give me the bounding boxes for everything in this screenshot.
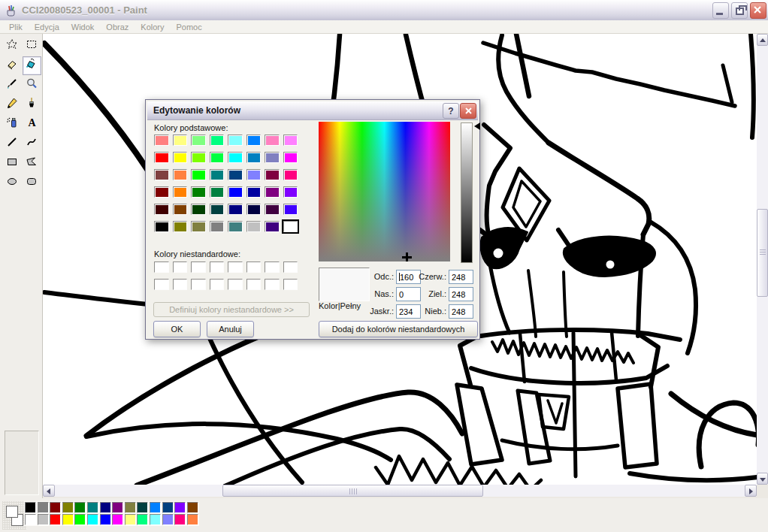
custom-color-cell[interactable] [228, 279, 243, 290]
basic-color-cell[interactable] [246, 152, 262, 163]
basic-color-cell[interactable] [173, 169, 188, 180]
basic-color-cell[interactable] [283, 169, 298, 180]
palette-cell[interactable] [74, 514, 86, 525]
luminance-slider[interactable] [461, 122, 473, 263]
tool-text[interactable]: A [23, 115, 41, 134]
basic-color-cell[interactable] [228, 152, 243, 163]
menu-item-widok[interactable]: Widok [65, 22, 101, 32]
palette-cell[interactable] [62, 514, 74, 525]
basic-color-cell[interactable] [246, 135, 262, 146]
palette-cell[interactable] [87, 502, 98, 513]
minimize-button[interactable] [712, 2, 729, 19]
scroll-left-button[interactable] [43, 485, 55, 497]
palette-cell[interactable] [125, 502, 136, 513]
custom-color-cell[interactable] [246, 279, 262, 290]
basic-color-cell[interactable] [246, 169, 262, 180]
basic-color-cell[interactable] [228, 135, 243, 146]
basic-color-cell[interactable] [265, 169, 280, 180]
custom-color-cell[interactable] [228, 261, 243, 273]
tool-select[interactable] [23, 37, 41, 56]
basic-color-cell[interactable] [210, 221, 225, 232]
basic-color-cell[interactable] [265, 221, 280, 232]
foreground-background-indicator[interactable] [2, 501, 26, 530]
palette-cell[interactable] [174, 502, 186, 513]
basic-color-cell[interactable] [154, 169, 169, 180]
vertical-scroll-thumb[interactable] [757, 209, 768, 297]
horizontal-scrollbar[interactable] [43, 485, 757, 497]
basic-color-cell[interactable] [191, 204, 206, 215]
custom-color-cell[interactable] [191, 279, 206, 290]
basic-color-cell[interactable] [210, 135, 225, 146]
basic-color-cell[interactable] [228, 204, 243, 215]
basic-color-cell[interactable] [246, 204, 262, 215]
basic-color-cell[interactable] [265, 186, 280, 198]
tool-ellipse[interactable] [3, 174, 22, 192]
basic-color-cell[interactable] [265, 135, 280, 146]
scroll-up-button[interactable] [757, 34, 768, 46]
custom-color-cell[interactable] [210, 279, 225, 290]
palette-cell[interactable] [112, 502, 123, 513]
basic-color-cell[interactable] [154, 152, 169, 163]
palette-cell[interactable] [125, 514, 136, 525]
menu-item-kolory[interactable]: Kolory [135, 22, 170, 32]
custom-color-cell[interactable] [265, 279, 280, 290]
basic-color-cell[interactable] [191, 152, 206, 163]
custom-color-cell[interactable] [173, 279, 188, 290]
basic-color-cell[interactable] [173, 186, 188, 198]
palette-cell[interactable] [162, 514, 174, 525]
basic-color-cell[interactable] [283, 135, 298, 146]
basic-color-cell[interactable] [246, 221, 262, 232]
palette-cell[interactable] [137, 502, 148, 513]
basic-color-cell[interactable] [283, 221, 298, 232]
basic-color-cell[interactable] [265, 204, 280, 215]
palette-cell[interactable] [150, 514, 161, 525]
basic-color-cell[interactable] [210, 152, 225, 163]
tool-free-form-select[interactable] [3, 37, 22, 56]
green-input[interactable]: 248 [449, 287, 473, 301]
palette-cell[interactable] [137, 514, 148, 525]
basic-color-cell[interactable] [154, 135, 169, 146]
basic-color-cell[interactable] [265, 152, 280, 163]
palette-cell[interactable] [162, 502, 174, 513]
basic-color-cell[interactable] [283, 152, 298, 163]
menu-item-plik[interactable]: Plik [3, 22, 29, 32]
custom-color-cell[interactable] [191, 261, 206, 273]
palette-cell[interactable] [62, 502, 74, 513]
ok-button[interactable]: OK [153, 321, 201, 337]
menu-item-obraz[interactable]: Obraz [100, 22, 135, 32]
close-button[interactable] [750, 2, 766, 19]
basic-color-cell[interactable] [283, 186, 298, 198]
tool-magnifier[interactable] [23, 76, 41, 95]
menu-item-pomoc[interactable]: Pomoc [170, 22, 207, 32]
palette-cell[interactable] [25, 514, 36, 525]
palette-cell[interactable] [112, 514, 123, 525]
basic-color-cell[interactable] [283, 204, 298, 215]
tool-fill[interactable] [23, 56, 41, 75]
custom-color-cell[interactable] [283, 261, 298, 273]
tool-polygon[interactable] [23, 154, 41, 173]
scroll-right-button[interactable] [745, 485, 757, 497]
palette-cell[interactable] [87, 514, 98, 525]
basic-color-cell[interactable] [191, 186, 206, 198]
dialog-close-button[interactable] [460, 103, 476, 119]
basic-color-cell[interactable] [210, 169, 225, 180]
palette-cell[interactable] [187, 502, 198, 513]
basic-color-cell[interactable] [228, 221, 243, 232]
basic-color-cell[interactable] [173, 204, 188, 215]
custom-color-cell[interactable] [283, 279, 298, 290]
basic-color-cell[interactable] [210, 186, 225, 198]
custom-color-cell[interactable] [246, 261, 262, 273]
tool-airbrush[interactable] [3, 115, 22, 134]
horizontal-scroll-thumb[interactable] [222, 485, 483, 497]
basic-color-cell[interactable] [173, 135, 188, 146]
tool-line[interactable] [3, 135, 22, 153]
basic-color-cell[interactable] [173, 221, 188, 232]
custom-color-cell[interactable] [173, 261, 188, 273]
palette-cell[interactable] [100, 514, 111, 525]
title-bar[interactable]: CCI20080523_00001 - Paint [0, 0, 768, 21]
blue-input[interactable]: 248 [449, 304, 473, 319]
palette-cell[interactable] [174, 514, 186, 525]
palette-cell[interactable] [38, 502, 49, 513]
tool-rectangle[interactable] [3, 154, 22, 173]
vertical-scrollbar[interactable] [757, 34, 768, 485]
